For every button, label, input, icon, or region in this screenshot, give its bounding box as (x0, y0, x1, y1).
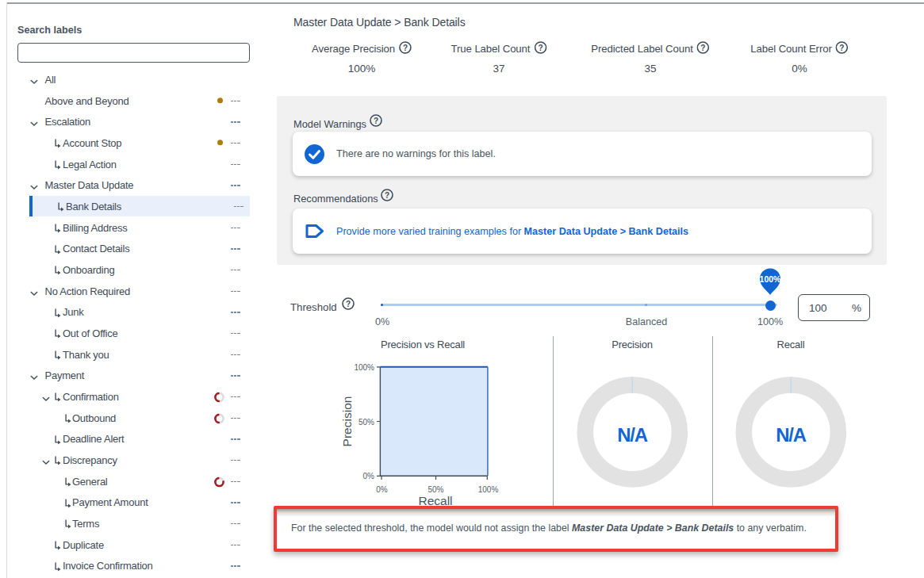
svg-text:50%: 50% (358, 418, 374, 427)
svg-text:?: ? (538, 44, 543, 52)
svg-text:100%: 100% (354, 363, 374, 372)
svg-text:?: ? (373, 117, 378, 125)
svg-text:100%: 100% (760, 274, 782, 283)
svg-text:?: ? (403, 44, 408, 52)
svg-text:?: ? (346, 300, 351, 308)
svg-text:0%: 0% (363, 472, 375, 480)
svg-text:50%: 50% (427, 485, 443, 494)
svg-text:?: ? (701, 44, 706, 52)
svg-text:100%: 100% (478, 485, 499, 494)
svg-text:?: ? (385, 191, 389, 200)
svg-text:Precision: Precision (340, 396, 354, 447)
svg-text:?: ? (840, 44, 845, 52)
svg-text:0%: 0% (376, 485, 388, 494)
